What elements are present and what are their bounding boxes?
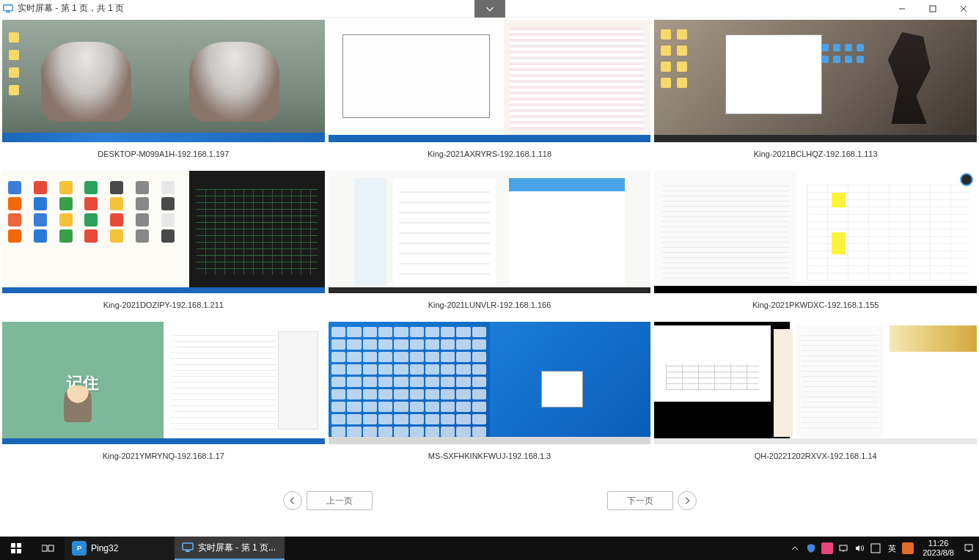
prev-arrow-button[interactable] xyxy=(283,491,302,510)
ime-label: 英 xyxy=(888,543,896,554)
monitor-icon xyxy=(182,542,194,553)
shield-icon xyxy=(806,543,816,553)
screen-thumbnail[interactable] xyxy=(654,20,977,142)
screen-cell-4: King-2021LUNVLR-192.168.1.166 xyxy=(329,171,651,318)
content-area: DESKTOP-M099A1H-192.168.1.197King-2021AX… xyxy=(0,18,979,537)
tray-pink-icon xyxy=(821,542,833,554)
sogou-icon xyxy=(902,542,914,554)
toolbar-dropdown[interactable] xyxy=(474,0,505,18)
windows-taskbar: P Ping32 实时屏幕 - 第 1 页... 英 11:26 2023/8/… xyxy=(0,537,979,560)
screen-thumbnail[interactable] xyxy=(329,322,651,444)
screen-caption: King-2021PKWDXC-192.168.1.155 xyxy=(654,293,977,318)
svg-rect-11 xyxy=(186,550,190,552)
screen-caption: QH-20221202RXVX-192.168.1.14 xyxy=(654,444,977,469)
pager: 上一页 下一页 xyxy=(0,491,979,510)
taskbar-app-label: Ping32 xyxy=(91,543,118,553)
screen-caption: King-2021LUNVLR-192.168.1.166 xyxy=(329,293,651,318)
chevron-up-icon xyxy=(791,545,799,552)
svg-rect-4 xyxy=(11,543,15,548)
task-view-button[interactable] xyxy=(32,537,65,560)
tray-ime-indicator[interactable] xyxy=(868,537,883,560)
clock-time: 11:26 xyxy=(923,539,954,548)
screen-cell-5: King-2021PKWDXC-192.168.1.155 xyxy=(654,171,977,318)
screen-caption: King-2021DOZIPY-192.168.1.211 xyxy=(2,293,325,318)
screen-thumbnail[interactable] xyxy=(329,171,651,293)
next-arrow-button[interactable] xyxy=(678,491,697,510)
screen-caption: DESKTOP-M099A1H-192.168.1.197 xyxy=(2,142,325,167)
network-icon xyxy=(838,543,848,553)
app-icon xyxy=(3,4,13,14)
tray-notifications[interactable] xyxy=(961,537,976,560)
ping32-icon: P xyxy=(72,541,87,556)
svg-rect-0 xyxy=(4,4,12,10)
screen-caption: King-2021YMRYNQ-192.168.1.17 xyxy=(2,444,325,469)
screen-thumbnail[interactable] xyxy=(654,322,977,444)
chevron-down-icon xyxy=(485,4,495,14)
screen-thumbnail[interactable] xyxy=(329,20,651,142)
clock-date: 2023/8/8 xyxy=(923,548,954,558)
tray-network[interactable] xyxy=(836,537,851,560)
titlebar: 实时屏幕 - 第 1 页，共 1 页 xyxy=(0,0,979,18)
svg-rect-10 xyxy=(183,543,193,550)
task-view-icon xyxy=(42,543,55,553)
notification-icon xyxy=(964,543,974,553)
tray-volume[interactable] xyxy=(852,537,867,560)
start-button[interactable] xyxy=(0,537,32,560)
svg-rect-3 xyxy=(930,6,936,12)
tray-ime-lang[interactable]: 英 xyxy=(884,537,899,560)
screen-cell-3: King-2021DOZIPY-192.168.1.211 xyxy=(2,171,325,318)
arrow-left-icon xyxy=(287,495,298,506)
screen-cell-6: 记住King-2021YMRYNQ-192.168.1.17 xyxy=(2,322,325,469)
screen-thumbnail[interactable] xyxy=(2,171,325,293)
minimize-button[interactable] xyxy=(887,0,917,18)
svg-rect-1 xyxy=(6,11,10,12)
svg-rect-12 xyxy=(840,545,847,550)
screen-caption: MS-SXFHKINKFWUJ-192.168.1.3 xyxy=(329,444,651,469)
arrow-right-icon xyxy=(682,495,692,506)
tray-app-1[interactable] xyxy=(804,537,818,560)
prev-label: 上一页 xyxy=(326,495,353,507)
windows-icon xyxy=(10,542,22,554)
tray-app-2[interactable] xyxy=(820,537,835,560)
screen-thumbnail[interactable] xyxy=(2,20,325,142)
screen-cell-1: King-2021AXRYRS-192.168.1.118 xyxy=(329,20,651,167)
next-label: 下一页 xyxy=(627,495,653,507)
svg-rect-15 xyxy=(965,545,972,550)
ime-frame-icon xyxy=(870,543,881,553)
screen-caption: King-2021BCLHQZ-192.168.1.113 xyxy=(654,142,977,167)
tray-show-hidden[interactable] xyxy=(788,537,802,560)
taskbar-app-ping32[interactable]: P Ping32 xyxy=(65,537,175,560)
screen-thumbnail[interactable] xyxy=(654,171,977,293)
screen-thumbnail[interactable]: 记住 xyxy=(2,322,325,444)
tray-app-3[interactable] xyxy=(901,537,915,560)
maximize-button[interactable] xyxy=(917,0,948,18)
next-page-button[interactable]: 下一页 xyxy=(607,491,673,510)
svg-rect-8 xyxy=(42,545,47,551)
taskbar-app-realtime-screen[interactable]: 实时屏幕 - 第 1 页... xyxy=(175,537,285,560)
window-title: 实时屏幕 - 第 1 页，共 1 页 xyxy=(18,2,124,15)
taskbar-clock[interactable]: 11:26 2023/8/8 xyxy=(917,539,960,558)
screens-grid: DESKTOP-M099A1H-192.168.1.197King-2021AX… xyxy=(0,18,979,469)
screen-caption: King-2021AXRYRS-192.168.1.118 xyxy=(329,142,651,167)
volume-icon xyxy=(854,543,865,553)
svg-rect-5 xyxy=(17,543,21,548)
taskbar-app-label: 实时屏幕 - 第 1 页... xyxy=(198,542,276,554)
screen-cell-7: MS-SXFHKINKFWUJ-192.168.1.3 xyxy=(329,322,651,469)
screen-cell-2: King-2021BCLHQZ-192.168.1.113 xyxy=(654,20,977,167)
svg-rect-7 xyxy=(17,549,21,553)
screen-cell-0: DESKTOP-M099A1H-192.168.1.197 xyxy=(2,20,325,167)
window-controls xyxy=(887,0,979,18)
svg-rect-14 xyxy=(871,544,880,553)
screen-cell-8: QH-20221202RXVX-192.168.1.14 xyxy=(654,322,977,469)
close-button[interactable] xyxy=(948,0,979,18)
svg-rect-9 xyxy=(48,545,54,551)
svg-rect-6 xyxy=(11,549,15,553)
prev-page-button[interactable]: 上一页 xyxy=(307,491,373,510)
